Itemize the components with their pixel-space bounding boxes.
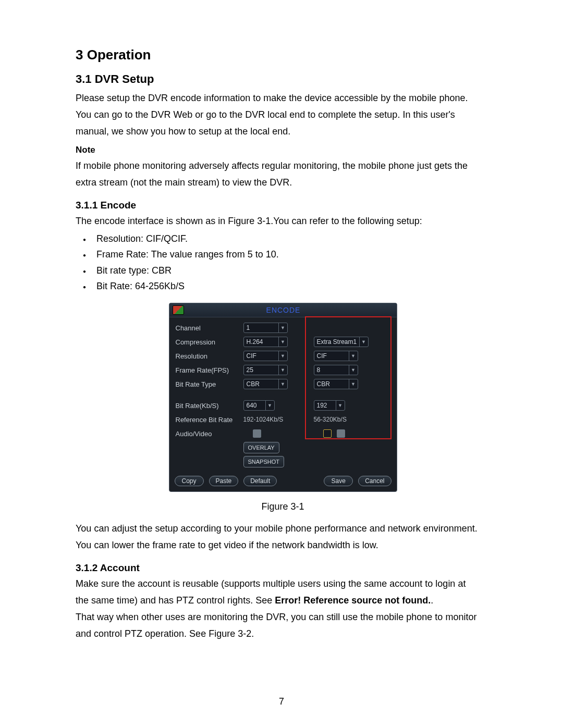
chevron-down-icon: ▼ [349, 365, 358, 375]
chevron-down-icon: ▼ [278, 323, 287, 332]
bullet-item: Resolution: CIF/QCIF. [76, 231, 490, 247]
chevron-down-icon: ▼ [265, 401, 274, 410]
default-button[interactable]: Default [243, 476, 277, 486]
label-compression: Compression [176, 338, 243, 346]
app-icon [173, 305, 184, 315]
label-bitrate: Bit Rate(Kb/S) [176, 402, 243, 410]
video-extra-checkbox[interactable] [337, 429, 345, 438]
snapshot-button[interactable]: SNAPSHOT [243, 456, 285, 467]
fps-main-select[interactable]: 25▼ [243, 365, 288, 375]
resolution-extra-select[interactable]: CIF▼ [314, 351, 358, 361]
figure-caption: Figure 3-1 [76, 501, 490, 512]
save-button[interactable]: Save [324, 476, 353, 486]
chevron-down-icon: ▼ [278, 365, 287, 375]
encode-dialog: ENCODE Channel 1▼ Compression H.264▼ Ext… [169, 303, 397, 492]
error-reference: Error! Reference source not found. [275, 595, 431, 606]
extra-stream-select[interactable]: Extra Stream1▼ [314, 337, 369, 347]
account-line: Make sure the account is reusable (suppo… [76, 577, 490, 591]
brtype-extra-select[interactable]: CBR▼ [314, 379, 358, 389]
cancel-button[interactable]: Cancel [358, 476, 391, 486]
bullet-item: Bit rate type: CBR [76, 263, 490, 279]
dialog-title: ENCODE [184, 306, 383, 314]
figure-wrapper: ENCODE Channel 1▼ Compression H.264▼ Ext… [76, 303, 490, 512]
account-line: That way when other uses are monitoring … [76, 610, 490, 625]
manual-page: 3 Operation 3.1 DVR Setup Please setup t… [0, 0, 563, 728]
heading-account: 3.1.2 Account [76, 562, 490, 574]
post-figure-line: You can adjust the setup according to yo… [76, 522, 490, 536]
copy-button[interactable]: Copy [175, 476, 204, 486]
post-figure-line: You can lower the frame rate to get vide… [76, 538, 490, 553]
label-resolution: Resolution [176, 352, 243, 360]
label-refrate: Reference Bit Rate [176, 416, 243, 424]
chevron-down-icon: ▼ [349, 379, 358, 389]
dialog-titlebar: ENCODE [169, 303, 397, 317]
overlay-button[interactable]: OVERLAY [243, 442, 279, 453]
bitrate-main-select[interactable]: 640▼ [243, 400, 275, 411]
dialog-body: Channel 1▼ Compression H.264▼ Extra Stre… [169, 317, 397, 473]
heading-dvr-setup: 3.1 DVR Setup [76, 72, 490, 86]
compression-select[interactable]: H.264▼ [243, 337, 288, 347]
label-fps: Frame Rate(FPS) [176, 366, 243, 374]
chevron-down-icon: ▼ [278, 379, 287, 389]
account-line: and control PTZ operation. See Figure 3-… [76, 627, 490, 641]
refrate-main-value: 192-1024Kb/S [243, 416, 284, 423]
bullet-item: Bit Rate: 64-256Kb/S [76, 278, 490, 294]
note-label: Note [76, 143, 490, 157]
setup-paragraph-line: Please setup the DVR encode information … [76, 91, 490, 106]
heading-encode: 3.1.1 Encode [76, 200, 490, 211]
chevron-down-icon: ▼ [278, 351, 287, 361]
setup-paragraph-line: You can go to the DVR Web or go to the D… [76, 108, 490, 122]
chevron-down-icon: ▼ [359, 337, 368, 347]
label-bitrate-type: Bit Rate Type [176, 380, 243, 388]
paste-button[interactable]: Paste [209, 476, 239, 486]
encode-bullet-list: Resolution: CIF/QCIF. Frame Rate: The va… [76, 231, 490, 294]
encode-intro: The encode interface is shown as in Figu… [76, 214, 490, 229]
refrate-extra-value: 56-320Kb/S [314, 416, 347, 423]
bitrate-extra-select[interactable]: 192▼ [314, 400, 345, 411]
label-audio-video: Audio/Video [176, 430, 243, 438]
setup-paragraph-line: manual, we show you how to setup at the … [76, 125, 490, 139]
audio-extra-checkbox[interactable] [323, 429, 332, 438]
resolution-main-select[interactable]: CIF▼ [243, 351, 288, 361]
note-line: If mobile phone monitoring adversely aff… [76, 159, 490, 174]
account-line: the same time) and has PTZ control right… [76, 594, 490, 608]
heading-operation: 3 Operation [76, 47, 490, 63]
chevron-down-icon: ▼ [336, 401, 345, 410]
video-main-checkbox[interactable] [253, 429, 261, 438]
label-channel: Channel [176, 324, 243, 332]
note-line: extra stream (not the main stream) to vi… [76, 176, 490, 190]
page-number: 7 [0, 696, 563, 707]
fps-extra-select[interactable]: 8▼ [314, 365, 358, 375]
dialog-button-bar: Copy Paste Default Save Cancel [169, 473, 397, 491]
brtype-main-select[interactable]: CBR▼ [243, 379, 288, 389]
bullet-item: Frame Rate: The value ranges from 5 to 1… [76, 246, 490, 263]
chevron-down-icon: ▼ [278, 337, 287, 347]
channel-select[interactable]: 1▼ [243, 323, 288, 333]
chevron-down-icon: ▼ [349, 351, 358, 361]
